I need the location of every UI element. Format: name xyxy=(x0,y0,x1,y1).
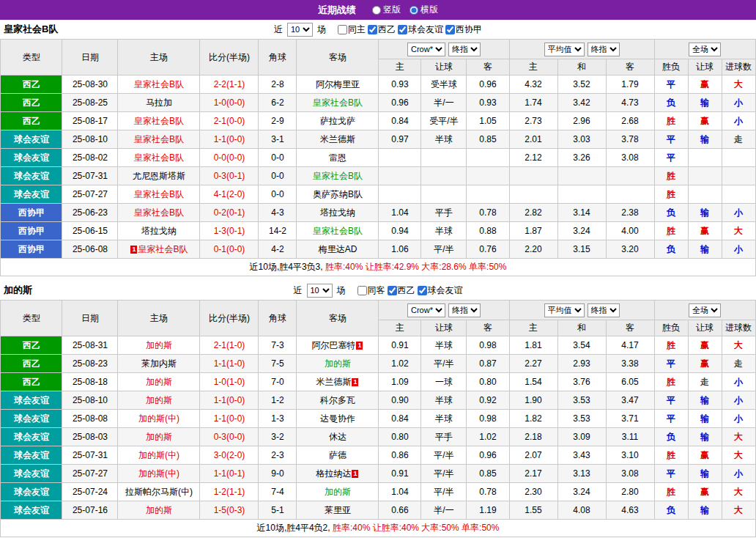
away-team-cell[interactable]: 米兰德斯1 xyxy=(297,373,379,391)
layout-option-horizontal[interactable]: 横版 xyxy=(410,4,438,16)
away-team-cell[interactable]: 加的斯 xyxy=(297,483,379,501)
away-team-cell[interactable]: 奥萨苏纳B队 xyxy=(297,185,379,204)
away-team-cell[interactable]: 格拉纳达1 xyxy=(297,465,379,483)
avg-time-select[interactable]: 终指 xyxy=(588,303,620,317)
home-team-cell[interactable]: 加的斯 xyxy=(118,428,200,446)
away-team-cell[interactable]: 休达 xyxy=(297,428,379,446)
avg-odds-select[interactable]: 平均值 xyxy=(544,43,585,56)
filter-option-label: 西协甲 xyxy=(456,23,482,36)
odds-company-select[interactable]: Crow* xyxy=(407,303,445,317)
filter-option-2[interactable]: 球会友谊 xyxy=(398,23,443,36)
filter-checkbox-2[interactable] xyxy=(418,286,427,295)
scope-select[interactable]: 全场 xyxy=(689,303,721,317)
score-cell[interactable]: 2-1(1-0) xyxy=(200,336,259,355)
games-count-select[interactable]: 10 xyxy=(307,284,333,298)
home-team-cell[interactable]: 加的斯 xyxy=(118,336,200,355)
away-team-cell[interactable]: 达曼协作 xyxy=(297,410,379,428)
filter-option-1[interactable]: 西乙 xyxy=(388,284,415,297)
filter-checkbox-2[interactable] xyxy=(398,25,407,34)
score-cell[interactable]: 3-0(2-0) xyxy=(200,446,259,465)
home-team-cell[interactable]: 加的斯(中) xyxy=(118,446,200,465)
home-team-cell[interactable]: 马拉加 xyxy=(118,94,200,112)
filter-checkbox-0[interactable] xyxy=(357,286,367,295)
home-team-cell[interactable]: 皇家社会B队 xyxy=(118,185,200,204)
away-team-cell[interactable]: 皇家社会B队 xyxy=(297,222,379,240)
away-team-cell[interactable]: 皇家社会B队 xyxy=(297,94,379,112)
home-team-cell[interactable]: 尤尼恩斯塔斯 xyxy=(118,167,200,185)
avg-odds-cell: 2.27 xyxy=(509,355,557,373)
home-team-cell[interactable]: 加的斯 xyxy=(118,391,200,410)
away-team-cell[interactable]: 梅里达AD xyxy=(297,240,379,259)
score-cell[interactable]: 1-1(0-0) xyxy=(200,410,259,428)
odds-time-select[interactable]: 终指 xyxy=(448,43,481,56)
away-team-cell[interactable]: 莱里亚 xyxy=(297,501,379,520)
away-team-cell[interactable]: 萨拉戈萨 xyxy=(297,112,379,130)
away-team-name: 奥萨苏纳B队 xyxy=(313,189,363,199)
home-team-cell[interactable]: 加的斯(中) xyxy=(118,465,200,483)
result-cell: 小 xyxy=(722,240,755,259)
score-cell[interactable]: 0-1(0-0) xyxy=(200,240,259,259)
score-cell[interactable]: 1-0(1-0) xyxy=(200,373,259,391)
home-team-cell[interactable]: 皇家社会B队 xyxy=(118,112,200,130)
filter-option-1[interactable]: 西乙 xyxy=(368,23,396,36)
avg-odds-cell: 3.53 xyxy=(557,410,606,428)
avg-time-select[interactable]: 终指 xyxy=(588,43,620,56)
score-cell[interactable]: 1-1(1-0) xyxy=(200,355,259,373)
home-team-cell[interactable]: 加的斯(中) xyxy=(118,410,200,428)
score-cell[interactable]: 1-3(0-1) xyxy=(200,222,259,240)
score-cell[interactable]: 1-2(1-1) xyxy=(200,483,259,501)
home-team-cell[interactable]: 莱加内斯 xyxy=(118,355,200,373)
away-team-cell[interactable]: 阿尔巴塞特1 xyxy=(297,336,379,355)
odds-time-select[interactable]: 终指 xyxy=(448,303,481,317)
home-team-cell[interactable]: 皇家社会B队 xyxy=(118,130,200,149)
score-cell[interactable]: 2-2(1-1) xyxy=(200,75,259,94)
filter-checkbox-0[interactable] xyxy=(338,25,347,34)
score-cell[interactable]: 2-1(0-0) xyxy=(200,112,259,130)
filter-option-0[interactable]: 同客 xyxy=(357,284,385,297)
date-cell: 25-08-25 xyxy=(62,94,118,112)
away-team-cell[interactable]: 加的斯 xyxy=(297,355,379,373)
home-team-cell[interactable]: 皇家社会B队 xyxy=(118,149,200,167)
home-team-cell[interactable]: 塔拉戈纳 xyxy=(118,222,200,240)
scope-select[interactable]: 全场 xyxy=(689,43,721,56)
avg-odds-select[interactable]: 平均值 xyxy=(544,303,585,317)
score-cell[interactable]: 1-1(0-0) xyxy=(200,391,259,410)
filter-option-2[interactable]: 球会友谊 xyxy=(418,284,463,297)
result-cell: 平 xyxy=(654,465,688,483)
away-team-cell[interactable]: 萨德 xyxy=(297,446,379,465)
home-team-cell[interactable]: 加的斯 xyxy=(118,373,200,391)
home-team-cell[interactable]: 皇家社会B队 xyxy=(118,204,200,222)
score-cell[interactable]: 1-5(0-3) xyxy=(200,501,259,520)
home-team-cell[interactable]: 皇家社会B队 xyxy=(118,75,200,94)
score-cell[interactable]: 1-1(0-0) xyxy=(200,130,259,149)
filter-checkbox-1[interactable] xyxy=(388,286,397,295)
home-team-cell[interactable]: 1皇家社会B队 xyxy=(118,240,200,259)
score-cell[interactable]: 0-3(0-0) xyxy=(200,428,259,446)
team-sections: 皇家社会B队 近 10 场 同主西乙球会友谊西协甲 类型日期主场比分(半场)角球… xyxy=(0,20,756,537)
filter-checkbox-3[interactable] xyxy=(445,25,455,34)
games-count-select[interactable]: 10 xyxy=(287,23,313,37)
score-cell[interactable]: 0-3(0-1) xyxy=(200,167,259,185)
away-team-cell[interactable]: 雷恩 xyxy=(297,149,379,167)
away-team-cell[interactable]: 塔拉戈纳 xyxy=(297,204,379,222)
sub-column-header: 让球 xyxy=(688,59,722,75)
filter-option-3[interactable]: 西协甲 xyxy=(445,23,482,36)
away-team-cell[interactable]: 米兰德斯 xyxy=(297,130,379,149)
score-cell[interactable]: 4-1(2-0) xyxy=(200,185,259,204)
layout-radio-horizontal[interactable] xyxy=(410,6,418,15)
home-team-cell[interactable]: 加的斯 xyxy=(118,501,200,520)
away-team-cell[interactable]: 科尔多瓦 xyxy=(297,391,379,410)
score-cell[interactable]: 0-0(0-0) xyxy=(200,149,259,167)
filter-option-0[interactable]: 同主 xyxy=(338,23,366,36)
score-cell[interactable]: 0-2(0-1) xyxy=(200,204,259,222)
away-team-cell[interactable]: 皇家社会B队 xyxy=(297,167,379,185)
avg-odds-cell xyxy=(606,167,654,185)
filter-checkbox-1[interactable] xyxy=(368,25,377,34)
away-team-cell[interactable]: 阿尔梅里亚 xyxy=(297,75,379,94)
score-cell[interactable]: 1-1(0-1) xyxy=(200,465,259,483)
home-team-cell[interactable]: 拉斯帕尔马斯(中) xyxy=(118,483,200,501)
layout-option-vertical[interactable]: 竖版 xyxy=(372,4,401,16)
odds-company-select[interactable]: Crow* xyxy=(407,43,445,56)
layout-radio-vertical[interactable] xyxy=(372,6,381,15)
score-cell[interactable]: 1-0(0-0) xyxy=(200,94,259,112)
